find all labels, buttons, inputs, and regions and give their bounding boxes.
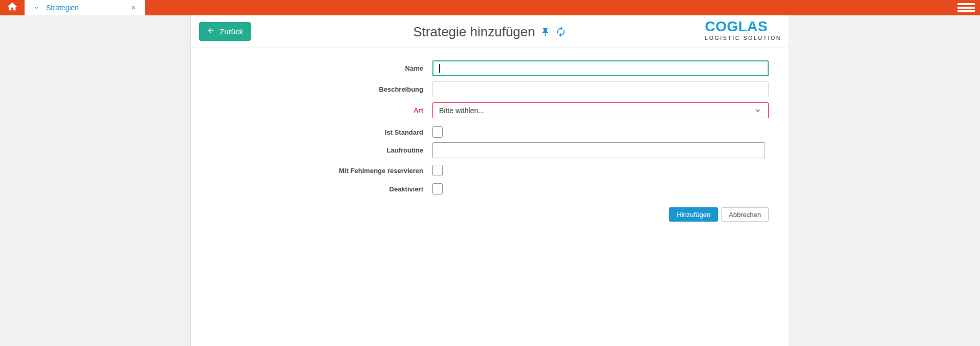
mit-fehlmenge-checkbox[interactable] (432, 165, 443, 176)
ist-standard-label: Ist Standard (191, 128, 423, 136)
tab-label: Strategien (46, 4, 130, 12)
art-control: Bitte wählen... (432, 102, 769, 118)
laufroutine-input[interactable] (432, 142, 765, 158)
deaktiviert-control (432, 183, 769, 194)
deaktiviert-checkbox[interactable] (432, 183, 443, 194)
beschreibung-input[interactable] (432, 81, 769, 97)
chevron-down-icon (754, 106, 762, 115)
name-label: Name (191, 64, 423, 72)
laufroutine-label: Laufroutine (191, 146, 423, 154)
logo-name: COGLAS (705, 19, 781, 34)
home-icon (7, 1, 18, 14)
deaktiviert-label: Deaktiviert (191, 185, 423, 193)
tab-strategien[interactable]: Strategien (25, 0, 145, 15)
submit-button[interactable]: Hinzufügen (669, 207, 718, 222)
refresh-icon[interactable] (555, 26, 567, 37)
name-input[interactable] (432, 60, 769, 76)
form-row-name: Name (191, 60, 789, 76)
art-select[interactable]: Bitte wählen... (432, 102, 769, 118)
form-row-mit-fehlmenge: Mit Fehlmenge reservieren (191, 165, 789, 176)
title-wrap: Strategie hinzufügen (191, 15, 789, 48)
chevron-down-icon[interactable] (33, 4, 40, 11)
strategy-form: Name Beschreibung Art Bitte wählen... (191, 48, 789, 222)
top-bar: Strategien (0, 0, 980, 15)
art-label: Art (191, 106, 423, 114)
beschreibung-control (432, 81, 769, 97)
pin-icon[interactable] (540, 27, 550, 37)
card-header: Zurück Strategie hinzufügen COGLAS LOGIS… (191, 15, 789, 48)
form-actions: Hinzufügen Abbrechen (432, 207, 769, 222)
form-row-laufroutine: Laufroutine (191, 142, 789, 158)
coglas-logo: COGLAS LOGISTIC SOLUTION (705, 19, 781, 41)
laufroutine-control (432, 142, 769, 158)
form-row-deaktiviert: Deaktiviert (191, 183, 789, 194)
close-icon[interactable] (130, 5, 137, 11)
ist-standard-checkbox[interactable] (432, 126, 443, 138)
name-control (432, 60, 769, 76)
hamburger-icon[interactable] (952, 0, 980, 15)
mit-fehlmenge-label: Mit Fehlmenge reservieren (191, 167, 423, 175)
content-card: Zurück Strategie hinzufügen COGLAS LOGIS… (190, 15, 789, 346)
form-row-ist-standard: Ist Standard (191, 126, 789, 138)
text-caret (439, 64, 440, 73)
home-button[interactable] (0, 0, 25, 15)
topbar-spacer (145, 0, 952, 15)
form-row-beschreibung: Beschreibung (191, 81, 789, 97)
cancel-button[interactable]: Abbrechen (721, 207, 769, 222)
page-title: Strategie hinzufügen (413, 24, 535, 40)
form-row-art: Art Bitte wählen... (191, 102, 789, 118)
ist-standard-control (432, 126, 769, 138)
art-select-value: Bitte wählen... (439, 106, 754, 115)
logo-subtitle: LOGISTIC SOLUTION (705, 35, 781, 41)
beschreibung-label: Beschreibung (191, 85, 423, 93)
mit-fehlmenge-control (432, 165, 769, 176)
